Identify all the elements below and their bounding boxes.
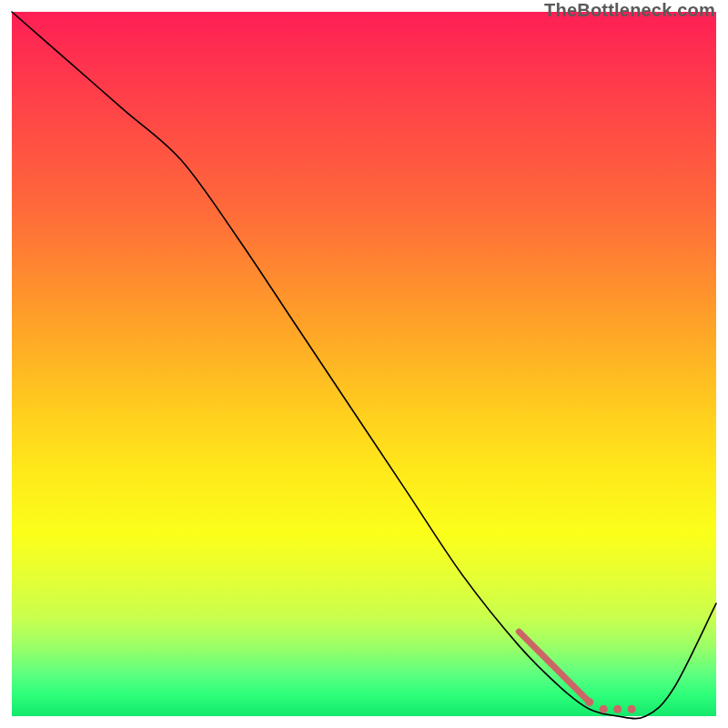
highlight-line xyxy=(519,632,589,702)
chart-container: TheBottleneck.com xyxy=(0,0,728,728)
highlight-dot xyxy=(600,705,608,713)
highlight-dot xyxy=(613,705,622,713)
highlight-dot xyxy=(585,698,593,706)
highlight-dot xyxy=(628,705,636,713)
main-curve xyxy=(12,12,716,719)
chart-svg xyxy=(12,12,716,716)
